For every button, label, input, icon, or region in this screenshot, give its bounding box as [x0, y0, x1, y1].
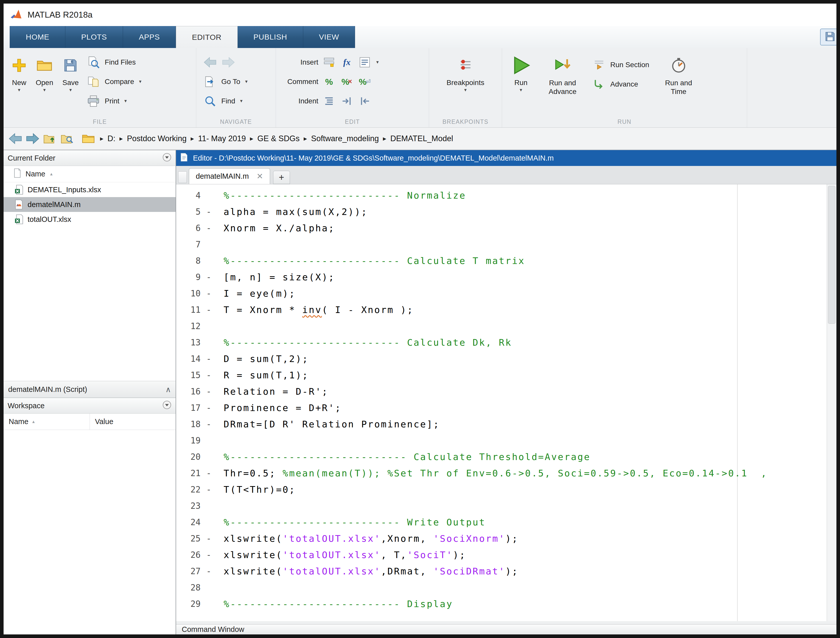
decrease-indent-icon[interactable] — [358, 94, 372, 108]
close-tab-icon[interactable]: ✕ — [256, 172, 263, 181]
up-one-level-icon[interactable] — [43, 131, 58, 146]
back-arrow-icon[interactable] — [203, 55, 217, 69]
collapse-icon[interactable]: ∧ — [166, 385, 171, 394]
find-button[interactable]: Find ▼ — [201, 92, 250, 111]
code-text: xlswrite('totalOUT.xlsx', T,'SociT'); — [217, 547, 466, 563]
code-line-15[interactable]: 15-R = sum(T,1); — [176, 367, 837, 384]
ribbon-tab-plots[interactable]: PLOTS — [65, 26, 123, 48]
increase-indent-icon[interactable] — [340, 94, 354, 108]
ribbon-tab-publish[interactable]: PUBLISH — [238, 26, 303, 48]
breadcrumb-segment[interactable]: Software_modeling — [309, 133, 381, 145]
code-line-19[interactable]: 19 — [176, 433, 837, 449]
code-line-20[interactable]: 20%--------------------------- Calculate… — [176, 449, 837, 465]
save-button[interactable]: Save ▼ — [59, 51, 82, 114]
dropdown-arrow-icon: ▼ — [464, 88, 467, 92]
code-line-8[interactable]: 8%-------------------------- Calculate T… — [176, 253, 837, 269]
command-window-header[interactable]: Command Window — [176, 624, 837, 635]
advance-button[interactable]: Advance — [590, 74, 651, 94]
code-line-12[interactable]: 12 — [176, 318, 837, 335]
panel-menu-icon[interactable] — [162, 400, 172, 411]
executable-line-marker — [201, 449, 217, 465]
code-line-28[interactable]: 28 — [176, 580, 837, 596]
forward-arrow-icon[interactable] — [25, 131, 40, 146]
document-bar-icon[interactable] — [178, 171, 187, 183]
code-line-26[interactable]: 26-xlswrite('totalOUT.xlsx', T,'SociT'); — [176, 547, 837, 563]
breakpoints-button[interactable]: Breakpoints ▼ — [443, 51, 488, 114]
code-line-22[interactable]: 22-T(T<Thr)=0; — [176, 482, 837, 498]
scrollbar-thumb[interactable] — [828, 186, 835, 324]
run-and-advance-button[interactable]: Run and Advance — [537, 51, 588, 114]
insert-section-icon[interactable] — [322, 55, 336, 69]
code-line-7[interactable]: 7 — [176, 237, 837, 253]
code-line-27[interactable]: 27-xlswrite('totalOUT.xlsx',DRmat, 'Soci… — [176, 563, 837, 580]
panel-splitter[interactable] — [176, 621, 837, 624]
insert-annotation-icon[interactable] — [358, 55, 372, 69]
print-button[interactable]: Print ▼ — [84, 92, 144, 111]
new-button[interactable]: New ▼ — [8, 51, 30, 114]
forward-arrow-icon[interactable] — [221, 55, 235, 69]
back-arrow-icon[interactable] — [8, 131, 23, 146]
run-button[interactable]: Run ▼ — [507, 51, 535, 114]
open-button[interactable]: Open ▼ — [32, 51, 57, 114]
code-line-25[interactable]: 25-xlswrite('totalOUT.xlsx',Xnorm, 'Soci… — [176, 531, 837, 547]
code-line-10[interactable]: 10-I = eye(m); — [176, 286, 837, 302]
workspace-empty-area — [3, 430, 175, 635]
file-row-DEMATEL_Inputs.xlsx[interactable]: DEMATEL_Inputs.xlsx — [3, 182, 175, 197]
code-line-16[interactable]: 16-Relation = D-R'; — [176, 384, 837, 400]
browse-for-folder-icon[interactable] — [60, 131, 75, 146]
panel-menu-icon[interactable] — [162, 153, 172, 164]
ribbon-tab-editor[interactable]: EDITOR — [176, 26, 238, 48]
code-line-4[interactable]: 4%-------------------------- Normalize — [176, 187, 837, 204]
uncomment-icon[interactable]: %✕ — [340, 74, 354, 89]
quick-access-save-button[interactable] — [820, 28, 840, 46]
breadcrumb-segment[interactable]: Postdoc Working — [125, 133, 189, 145]
file-details-bar[interactable]: dematelMAIN.m (Script) ∧ — [3, 381, 175, 398]
ribbon-tab-home[interactable]: HOME — [10, 26, 65, 48]
code-line-6[interactable]: 6-Xnorm = X./alpha; — [176, 220, 837, 237]
compare-button[interactable]: Compare ▼ — [84, 72, 144, 92]
code-line-29[interactable]: 29%-------------------------- Display — [176, 596, 837, 612]
run-and-time-button[interactable]: Run and Time — [654, 51, 704, 114]
ribbon-tab-view[interactable]: VIEW — [303, 26, 355, 48]
smart-indent-icon[interactable] — [322, 94, 336, 108]
code-text: Prominence = D+R'; — [217, 400, 341, 416]
breadcrumb-segment[interactable]: D: — [106, 133, 117, 145]
breadcrumb-segment[interactable]: DEMATEL_Model — [388, 133, 455, 145]
code-line-24[interactable]: 24%-------------------------- Write Outp… — [176, 514, 837, 531]
code-line-17[interactable]: 17-Prominence = D+R'; — [176, 400, 837, 416]
breadcrumb-segment[interactable]: 11- May 2019 — [196, 133, 248, 145]
code-line-13[interactable]: 13%-------------------------- Calculate … — [176, 335, 837, 351]
new-tab-button[interactable]: + — [273, 171, 290, 184]
file-row-totalOUT.xlsx[interactable]: totalOUT.xlsx — [3, 212, 175, 227]
editor-scrollbar[interactable] — [827, 184, 837, 621]
file-row-dematelMAIN.m[interactable]: dematelMAIN.m — [3, 197, 175, 212]
dropdown-arrow-icon[interactable]: ▼ — [376, 60, 379, 65]
editor-tab-dematelmain[interactable]: dematelMAIN.m ✕ — [189, 168, 270, 184]
breadcrumb-separator-icon[interactable]: ▶ — [100, 136, 103, 141]
workspace-value-column[interactable]: Value — [90, 414, 113, 430]
workspace-name-column[interactable]: Name ▲ — [3, 414, 90, 430]
name-column-header[interactable]: Name ▲ — [3, 166, 175, 182]
insert-function-icon[interactable]: fx — [340, 55, 354, 69]
code-line-18[interactable]: 18-DRmat=[D R' Relation Prominence]; — [176, 416, 837, 433]
editor-titlebar[interactable]: Editor - D:\Postdoc Working\11- May 2019… — [176, 150, 837, 166]
code-line-23[interactable]: 23 — [176, 498, 837, 514]
wrap-comments-icon[interactable]: %⏎ — [358, 74, 372, 89]
find-files-button[interactable]: Find Files — [84, 52, 144, 72]
run-section-button[interactable]: Run Section — [590, 55, 651, 74]
breadcrumb-separator-icon[interactable]: ▶ — [250, 136, 253, 141]
code-line-5[interactable]: 5-alpha = max(sum(X,2)); — [176, 204, 837, 220]
code-line-14[interactable]: 14-D = sum(T,2); — [176, 351, 837, 367]
breadcrumb-separator-icon[interactable]: ▶ — [304, 136, 307, 141]
code-editor[interactable]: 4%-------------------------- Normalize5-… — [176, 184, 837, 621]
breadcrumb-separator-icon[interactable]: ▶ — [383, 136, 386, 141]
goto-button[interactable]: Go To ▼ — [201, 72, 250, 92]
code-line-21[interactable]: 21-Thr=0.5; %mean(mean(T)); %Set Thr of … — [176, 465, 837, 482]
breadcrumb-separator-icon[interactable]: ▶ — [191, 136, 194, 141]
ribbon-tab-apps[interactable]: APPS — [123, 26, 176, 48]
code-line-11[interactable]: 11-T = Xnorm * inv( I - Xnorm ); — [176, 302, 837, 318]
breadcrumb-segment[interactable]: GE & SDGs — [255, 133, 302, 145]
breadcrumb-separator-icon[interactable]: ▶ — [120, 136, 123, 141]
code-line-9[interactable]: 9-[m, n] = size(X); — [176, 269, 837, 286]
comment-icon[interactable]: % — [322, 74, 336, 89]
